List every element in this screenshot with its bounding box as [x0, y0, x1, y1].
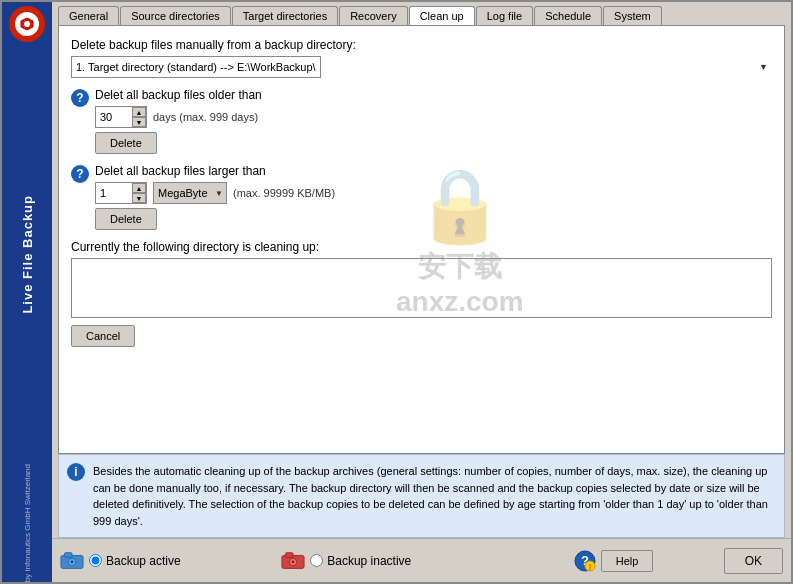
backup-inactive-item: Backup inactive — [281, 551, 502, 571]
content-area: General Source directories Target direct… — [52, 2, 791, 582]
delete-button-2[interactable]: Delete — [95, 208, 157, 230]
tab-schedule[interactable]: Schedule — [534, 6, 602, 25]
help-area: ? ! Help — [502, 549, 723, 573]
days-spin-down[interactable]: ▼ — [132, 117, 146, 127]
older-than-content: Delet all backup files older than ▲ ▼ da… — [95, 88, 772, 154]
days-input-wrapper: ▲ ▼ — [95, 106, 147, 128]
larger-than-content: Delet all backup files larger than ▲ ▼ K… — [95, 164, 772, 230]
size-spin-up[interactable]: ▲ — [132, 183, 146, 193]
larger-than-label: Delet all backup files larger than — [95, 164, 772, 178]
backup-inactive-icon — [281, 551, 305, 571]
sidebar-brand: by Infonautics GmbH Switzerland — [23, 458, 32, 582]
backup-active-text: Backup active — [106, 554, 181, 568]
cancel-button[interactable]: Cancel — [71, 325, 135, 347]
size-unit-select[interactable]: KiloByte MegaByte GigaByte — [153, 182, 227, 204]
size-unit-wrapper: KiloByte MegaByte GigaByte — [153, 182, 227, 204]
backup-active-item: Backup active — [60, 551, 281, 571]
cleaning-textarea[interactable] — [71, 258, 772, 318]
days-spin-buttons: ▲ ▼ — [132, 107, 146, 127]
tab-recovery[interactable]: Recovery — [339, 6, 407, 25]
older-than-section: ? Delet all backup files older than ▲ ▼ … — [71, 88, 772, 154]
info-text: Besides the automatic cleaning up of the… — [93, 463, 776, 529]
logo-inner — [15, 12, 39, 36]
tab-target[interactable]: Target directories — [232, 6, 338, 25]
days-unit-label: days (max. 999 days) — [153, 111, 258, 123]
svg-rect-2 — [65, 552, 72, 557]
bottom-bar: Backup active Backup inactive — [52, 538, 791, 582]
backup-active-label[interactable]: Backup active — [89, 554, 181, 568]
directory-dropdown-wrapper: 1. Target directory (standard) --> E:\Wo… — [71, 56, 772, 78]
tab-system[interactable]: System — [603, 6, 662, 25]
delete-section-label: Delete backup files manually from a back… — [71, 38, 772, 52]
svg-text:!: ! — [588, 562, 591, 572]
tab-source[interactable]: Source directories — [120, 6, 231, 25]
cleaning-section: Currently the following directory is cle… — [71, 240, 772, 347]
sidebar-app-name: Live File Backup — [20, 195, 35, 314]
max-size-label: (max. 99999 KB/MB) — [233, 187, 335, 199]
directory-dropdown-row: 1. Target directory (standard) --> E:\Wo… — [71, 56, 772, 78]
backup-inactive-radio[interactable] — [310, 554, 323, 567]
tabs-bar: General Source directories Target direct… — [52, 2, 791, 25]
svg-point-4 — [71, 560, 74, 563]
size-spin-down[interactable]: ▼ — [132, 193, 146, 203]
larger-than-help-icon[interactable]: ? — [71, 165, 89, 183]
help-btn-icon: ? ! — [573, 549, 597, 573]
sidebar-title-container: Live File Backup — [20, 50, 35, 458]
ok-button[interactable]: OK — [724, 548, 783, 574]
older-than-help-icon[interactable]: ? — [71, 89, 89, 107]
days-spin-up[interactable]: ▲ — [132, 107, 146, 117]
cleaning-label: Currently the following directory is cle… — [71, 240, 772, 254]
info-icon: i — [67, 463, 85, 481]
tab-logfile[interactable]: Log file — [476, 6, 533, 25]
info-box: i Besides the automatic cleaning up of t… — [58, 454, 785, 538]
older-than-input-row: ▲ ▼ days (max. 999 days) — [95, 106, 772, 128]
size-spin-buttons: ▲ ▼ — [132, 183, 146, 203]
backup-active-icon — [60, 551, 84, 571]
svg-rect-6 — [286, 552, 293, 557]
tab-general[interactable]: General — [58, 6, 119, 25]
sidebar: Live File Backup by Infonautics GmbH Swi… — [2, 2, 52, 582]
delete-button-1[interactable]: Delete — [95, 132, 157, 154]
svg-point-0 — [24, 21, 30, 27]
directory-select[interactable]: 1. Target directory (standard) --> E:\Wo… — [71, 56, 321, 78]
backup-inactive-label[interactable]: Backup inactive — [310, 554, 411, 568]
larger-than-section: ? Delet all backup files larger than ▲ ▼ — [71, 164, 772, 230]
size-input-wrapper: ▲ ▼ — [95, 182, 147, 204]
older-than-label: Delet all backup files older than — [95, 88, 772, 102]
tab-cleanup[interactable]: Clean up — [409, 6, 475, 25]
larger-than-input-row: ▲ ▼ KiloByte MegaByte GigaByte (max. 999 — [95, 182, 772, 204]
delete-section: Delete backup files manually from a back… — [71, 38, 772, 78]
svg-point-8 — [292, 560, 295, 563]
main-panel: 🔒 安下载anxz.com Delete backup files manual… — [58, 25, 785, 454]
backup-active-radio[interactable] — [89, 554, 102, 567]
app-logo — [9, 6, 45, 42]
backup-inactive-text: Backup inactive — [327, 554, 411, 568]
help-button[interactable]: Help — [601, 550, 654, 572]
